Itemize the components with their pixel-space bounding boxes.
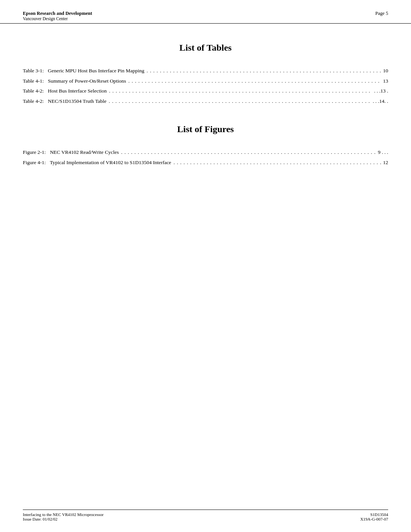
- table-entry-1: Table 3-1: Generic MPU Host Bus Interfac…: [23, 67, 388, 75]
- figures-title: List of Figures: [23, 124, 388, 134]
- footer-doc-number: X19A-G-007-07: [360, 517, 388, 521]
- table-title-4: NEC/S1D13504 Truth Table: [45, 97, 107, 105]
- table-dots-2: [128, 77, 381, 85]
- table-entry-4: Table 4-2: NEC/S1D13504 Truth Table . . …: [23, 97, 388, 105]
- page: Epson Research and Development Vancouver…: [0, 0, 411, 532]
- figure-entry-2: Figure 4-1: Typical Implementation of VR…: [23, 158, 388, 167]
- footer-doc-title: Interfacing to the NEC VR4102 Microproce…: [23, 512, 104, 517]
- figure-label-1: Figure 2-1:: [23, 148, 46, 157]
- figure-page-1: 9 . . .: [378, 148, 388, 157]
- footer-product: S1D13504: [360, 512, 388, 517]
- table-dots-1: [147, 67, 381, 75]
- tables-section: List of Tables Table 3-1: Generic MPU Ho…: [23, 43, 388, 105]
- company-name: Epson Research and Development: [23, 11, 92, 16]
- figure-dots-2: [174, 158, 381, 167]
- table-title-2: Summary of Power-On/Reset Options: [45, 77, 126, 85]
- figure-entry-1: Figure 2-1: NEC VR4102 Read/Write Cycles…: [23, 148, 388, 157]
- figures-section: List of Figures Figure 2-1: NEC VR4102 R…: [23, 124, 388, 166]
- table-entry-2: Table 4-1: Summary of Power-On/Reset Opt…: [23, 77, 388, 85]
- table-title-1: Generic MPU Host Bus Interface Pin Mappi…: [45, 67, 144, 75]
- table-label-1: Table 3-1:: [23, 67, 44, 75]
- table-label-2: Table 4-1:: [23, 77, 44, 85]
- figure-title-1: NEC VR4102 Read/Write Cycles: [47, 148, 119, 157]
- table-page-3: . . .13 .: [374, 87, 388, 95]
- table-label-4: Table 4-2:: [23, 97, 44, 105]
- table-page-4: . . .14. .: [373, 97, 389, 105]
- footer-issue-date: Issue Date: 01/02/02: [23, 517, 104, 521]
- figure-label-2: Figure 4-1:: [23, 158, 46, 167]
- table-label-3: Table 4-2:: [23, 87, 44, 95]
- tables-title: List of Tables: [23, 43, 388, 53]
- figure-title-2: Typical Implementation of VR4102 to S1D1…: [47, 158, 171, 167]
- page-footer: Interfacing to the NEC VR4102 Microproce…: [23, 510, 388, 521]
- page-header: Epson Research and Development Vancouver…: [0, 0, 411, 24]
- figure-page-2: 12: [383, 158, 389, 167]
- table-dots-3: [109, 87, 372, 95]
- footer-right: S1D13504 X19A-G-007-07: [360, 512, 388, 521]
- page-number: Page 5: [375, 11, 388, 16]
- main-content: List of Tables Table 3-1: Generic MPU Ho…: [0, 24, 411, 209]
- table-title-3: Host Bus Interface Selection: [45, 87, 107, 95]
- table-page-1: 10: [383, 67, 389, 75]
- company-sub: Vancouver Design Center: [23, 16, 92, 21]
- header-left: Epson Research and Development Vancouver…: [23, 11, 92, 21]
- footer-left: Interfacing to the NEC VR4102 Microproce…: [23, 512, 104, 521]
- table-entry-3: Table 4-2: Host Bus Interface Selection …: [23, 87, 388, 95]
- table-dots-4: [109, 97, 371, 105]
- table-page-2: 13: [383, 77, 389, 85]
- figure-dots-1: [121, 148, 376, 157]
